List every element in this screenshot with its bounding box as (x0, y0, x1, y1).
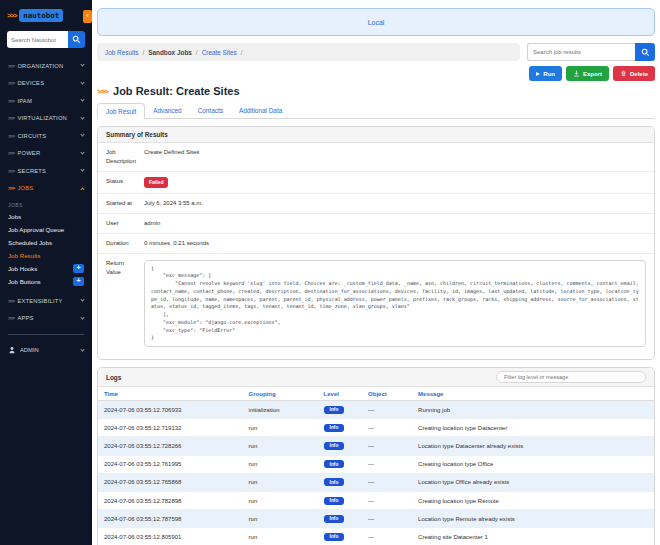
level-badge: Info (324, 497, 345, 505)
row-label: User (98, 214, 136, 233)
row-value: July 6, 2024 3:55 a.m. (136, 194, 654, 213)
sidebar-item-circuits[interactable]: >>>CIRCUITS (0, 127, 92, 145)
sidebar-item-label: VIRTUALIZATION (17, 115, 67, 121)
log-object: — (362, 528, 412, 545)
environment-banner: Local (97, 8, 655, 36)
sidebar-item-jobs[interactable]: >>>JOBS (0, 180, 92, 198)
sidebar-nav: >>>ORGANIZATION >>>DEVICES >>>IPAM >>>VI… (0, 57, 92, 358)
chevrons-icon: >>> (8, 98, 14, 104)
summary-row-duration: Duration 0 minutes, 0.21 seconds (98, 234, 654, 254)
log-object: — (362, 510, 412, 528)
summary-row-started-at: Started at July 6, 2024 3:55 a.m. (98, 194, 654, 214)
sidebar-item-secrets[interactable]: >>>SECRETS (0, 162, 92, 180)
log-message: Creating site Datacenter 1 (412, 528, 654, 545)
sidebar-item-job-hooks[interactable]: Job Hooks+ (0, 262, 92, 275)
run-button[interactable]: Run (529, 66, 562, 81)
level-badge: Info (324, 406, 345, 414)
export-icon (573, 70, 580, 77)
table-row: 2024-07-06 03:55:12.719132 run Info — Cr… (98, 419, 654, 437)
table-row: 2024-07-06 03:55:12.787598 run Info — Lo… (98, 510, 654, 528)
user-icon (8, 346, 16, 354)
export-button[interactable]: Export (566, 66, 609, 81)
sidebar-item-devices[interactable]: >>>DEVICES (0, 75, 92, 93)
sidebar-item-ipam[interactable]: >>>IPAM (0, 92, 92, 110)
chevrons-icon: >>> (8, 115, 14, 121)
tab-additional-data[interactable]: Additional Data (231, 103, 290, 118)
log-message: Creating location type Office (412, 455, 654, 473)
status-badge: Failed (144, 177, 168, 188)
sidebar-item-label: EXTENSIBILITY (17, 298, 62, 304)
breadcrumb-job-results[interactable]: Job Results (105, 49, 138, 56)
delete-button[interactable]: Delete (613, 66, 655, 81)
level-badge: Info (324, 533, 345, 541)
breadcrumb-create-sites[interactable]: Create Sites (202, 49, 237, 56)
log-filter-input[interactable] (496, 371, 646, 383)
add-icon[interactable]: + (73, 277, 84, 286)
log-grouping: run (243, 473, 318, 491)
return-value-code: { "exc_message": [ "Cannot resolve keywo… (144, 260, 646, 348)
tab-contacts[interactable]: Contacts (190, 103, 231, 118)
summary-row-job-description: Job Description Create Defined Sites (98, 143, 654, 172)
summary-row-status: Status Failed (98, 172, 654, 194)
sidebar-item-job-buttons[interactable]: Job Buttons+ (0, 275, 92, 288)
search-job-results-button[interactable] (635, 43, 655, 61)
tab-job-result[interactable]: Job Result (97, 103, 145, 119)
chevrons-icon: >>> (8, 315, 14, 321)
sub-item-label: Job Approval Queue (8, 226, 64, 233)
chevron-down-icon (80, 80, 84, 84)
sidebar-item-organization[interactable]: >>>ORGANIZATION (0, 57, 92, 75)
row-value: Create Defined Sites (136, 143, 654, 171)
sidebar-item-apps[interactable]: >>>APPS (0, 310, 92, 328)
log-object: — (362, 491, 412, 509)
column-header-level[interactable]: Level (318, 387, 362, 401)
delete-button-label: Delete (630, 71, 648, 77)
sidebar-item-job-results[interactable]: Job Results (0, 249, 92, 262)
sidebar-collapse-icon[interactable]: ‹ (83, 10, 92, 23)
sidebar-item-jobs-list[interactable]: Jobs (0, 210, 92, 223)
column-header-message[interactable]: Message (412, 387, 654, 401)
logs-table: Time Grouping Level Object Message 2024-… (98, 387, 654, 545)
tab-bar: Job Result Advanced Contacts Additional … (97, 103, 655, 119)
log-time: 2024-07-06 03:55:12.805901 (98, 528, 243, 545)
level-badge: Info (324, 424, 345, 432)
log-grouping: initialization (243, 401, 318, 419)
sidebar: ‹ >>> nautobot >>>ORGANIZATION >>>DEVICE… (0, 0, 92, 545)
add-icon[interactable]: + (73, 264, 84, 273)
log-grouping: run (243, 419, 318, 437)
row-label: Duration (98, 234, 136, 253)
logs-table-header-row: Time Grouping Level Object Message (98, 387, 654, 401)
chevron-up-icon (80, 187, 84, 191)
sidebar-item-power[interactable]: >>>POWER (0, 145, 92, 163)
log-grouping: run (243, 491, 318, 509)
sidebar-item-admin[interactable]: ADMIN (0, 342, 92, 358)
table-row: 2024-07-06 03:55:12.761995 run Info — Cr… (98, 455, 654, 473)
sidebar-search-input[interactable] (7, 31, 68, 48)
sidebar-item-label: DEVICES (17, 80, 44, 86)
column-header-time[interactable]: Time (98, 387, 243, 401)
nautobot-logo[interactable]: >>> nautobot (0, 0, 92, 26)
breadcrumb-sandbox-jobs: Sandbox Jobs (148, 49, 192, 56)
column-header-grouping[interactable]: Grouping (243, 387, 318, 401)
sub-item-label: Job Hooks (8, 265, 37, 272)
logs-panel-title: Logs (106, 374, 121, 381)
row-label: Started at (98, 194, 136, 213)
tab-advanced[interactable]: Advanced (145, 103, 189, 118)
app-window: ‹ >>> nautobot >>>ORGANIZATION >>>DEVICE… (0, 0, 660, 545)
sidebar-item-label: ADMIN (20, 347, 39, 353)
sidebar-search-button[interactable] (68, 31, 85, 48)
log-message: Location type Datacenter already exists (412, 437, 654, 455)
table-row: 2024-07-06 03:55:12.706933 initializatio… (98, 401, 654, 419)
sidebar-item-job-approval-queue[interactable]: Job Approval Queue (0, 223, 92, 236)
column-header-object[interactable]: Object (362, 387, 412, 401)
sidebar-item-label: JOBS (17, 185, 33, 191)
table-row: 2024-07-06 03:55:12.782898 run Info — Cr… (98, 491, 654, 509)
log-grouping: run (243, 528, 318, 545)
sidebar-item-virtualization[interactable]: >>>VIRTUALIZATION (0, 110, 92, 128)
sidebar-item-scheduled-jobs[interactable]: Scheduled Jobs (0, 236, 92, 249)
sidebar-item-extensibility[interactable]: >>>EXTENSIBILITY (0, 292, 92, 310)
log-time: 2024-07-06 03:55:12.719132 (98, 419, 243, 437)
row-label: Return Value (98, 254, 136, 360)
chevrons-icon: >>> (8, 133, 14, 139)
search-job-results-input[interactable] (527, 43, 635, 61)
log-object: — (362, 401, 412, 419)
